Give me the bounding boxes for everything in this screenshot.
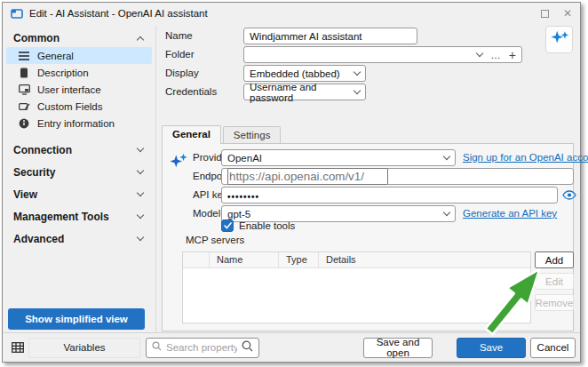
sidebar-section-label: Management Tools [13,211,109,223]
provider-dropdown[interactable]: OpenAI [221,149,456,166]
generate-api-key-link[interactable]: Generate an API key [463,205,557,222]
sidebar-item-description[interactable]: Description [6,64,152,81]
mcp-col-name: Name [210,252,279,267]
edit-dialog-window: Edit - AI Assistant - OpenAI AI assistan… [2,2,581,363]
save-and-open-button[interactable]: Save and open [363,338,433,358]
search-run-icon[interactable] [242,340,253,355]
sidebar-section-security[interactable]: Security [6,161,152,183]
display-value: Embedded (tabbed) [250,68,340,79]
sidebar-item-label: Custom Fields [37,101,103,112]
sidebar-item-label: User interface [37,84,101,95]
sidebar-section-common[interactable]: Common [6,29,152,47]
model-value: gpt-5 [227,209,250,219]
folder-combobox[interactable]: … + [243,46,522,63]
name-input[interactable] [250,31,411,42]
show-simplified-view-button[interactable]: Show simplified view [8,308,145,330]
search-property-box[interactable] [146,338,259,358]
provider-value: OpenAI [227,153,262,164]
credentials-dropdown[interactable]: Username and password [243,84,366,100]
cancel-button[interactable]: Cancel [530,338,576,358]
variables-button[interactable]: Variables [28,338,140,358]
sidebar-section-label: Common [13,32,60,44]
search-property-input[interactable] [166,342,237,353]
chevron-down-icon[interactable] [476,50,483,57]
folder-label: Folder [165,46,195,63]
chevron-down-icon [137,189,144,196]
display-label: Display [165,65,199,82]
enable-tools-label: Enable tools [239,220,295,231]
ai-assistant-badge [545,26,573,53]
mcp-add-button[interactable]: Add [535,251,574,268]
sidebar-section-management-tools[interactable]: Management Tools [6,205,152,227]
tab-settings[interactable]: Settings [223,126,282,144]
name-label: Name [165,28,193,44]
credentials-label: Credentials [165,84,217,100]
sidebar-section-advanced[interactable]: Advanced [6,227,152,250]
mcp-table-header: Name Type Details [183,252,530,268]
sidebar: Common General Description User interfac… [6,29,152,250]
folder-add-icon[interactable]: + [509,48,516,62]
mcp-col-details: Details [319,252,530,267]
close-icon[interactable]: ✕ [563,8,572,19]
window-icon [11,9,23,19]
general-tab-panel: Provider OpenAI Sign up for an OpenAI ac… [162,143,574,331]
chevron-down-icon [354,68,361,76]
chevron-down-icon [354,87,361,94]
chevron-down-icon [137,167,144,174]
mcp-servers-label: MCP servers [186,235,244,245]
endpoint-input[interactable] [227,168,388,185]
window-title: Edit - AI Assistant - OpenAI AI assistan… [29,8,208,19]
sidebar-item-label: General [37,51,74,61]
sidebar-section-label: Advanced [13,233,64,245]
enable-tools-checkbox[interactable] [221,219,234,232]
mcp-table-body[interactable] [183,268,530,323]
mcp-col-type: Type [279,252,319,267]
chevron-down-icon [137,234,144,241]
sidebar-item-label: Description [37,68,89,78]
sidebar-section-view[interactable]: View [6,183,152,205]
description-icon [18,67,30,79]
custom-fields-icon [18,100,30,113]
sidebar-section-label: Connection [13,144,72,156]
endpoint-field[interactable] [221,168,574,185]
sidebar-section-label: Security [13,166,55,179]
sidebar-item-custom-fields[interactable]: Custom Fields [6,98,152,115]
tab-strip: General Settings [162,125,282,144]
chevron-up-icon [137,36,144,43]
signup-link[interactable]: Sign up for an OpenAI account [463,149,588,166]
sidebar-divider [155,26,156,333]
sparkles-icon [169,151,188,173]
eye-icon[interactable] [561,187,576,203]
search-icon [152,341,162,354]
credentials-value: Username and password [250,82,354,103]
grid-icon[interactable] [7,338,28,358]
model-label: Model [193,205,220,222]
display-dropdown[interactable]: Embedded (tabbed) [243,65,366,82]
menu-icon [18,50,30,62]
mcp-servers-table: Name Type Details [182,251,531,323]
chevron-down-icon [443,153,450,160]
tab-general[interactable]: General [162,125,221,144]
main-form: Name Folder … + Display Embedded (tabbed… [157,24,574,333]
sidebar-section-connection[interactable]: Connection [6,139,152,161]
folder-browse-icon[interactable]: … [490,52,501,59]
sparkles-icon [550,28,569,51]
titlebar: Edit - AI Assistant - OpenAI AI assistan… [3,3,580,24]
api-key-value: •••••••• [227,189,259,202]
sidebar-section-label: View [13,188,37,201]
sidebar-item-general[interactable]: General [6,47,152,64]
footer-bar: Variables Save and open Save Cancel [3,332,580,362]
chevron-down-icon [137,145,144,152]
sidebar-item-user-interface[interactable]: User interface [6,81,152,98]
save-button[interactable]: Save [457,338,526,358]
enable-tools-row: Enable tools [221,219,295,232]
chevron-down-icon [137,211,144,219]
sidebar-item-entry-information[interactable]: Entry information [6,115,152,132]
monitor-icon [18,84,30,96]
info-icon [18,117,30,130]
mcp-edit-button: Edit [535,273,574,290]
mcp-col-selector [183,252,210,267]
maximize-icon[interactable] [541,10,549,18]
api-key-field[interactable]: •••••••• [221,187,558,203]
name-field[interactable] [243,28,417,44]
